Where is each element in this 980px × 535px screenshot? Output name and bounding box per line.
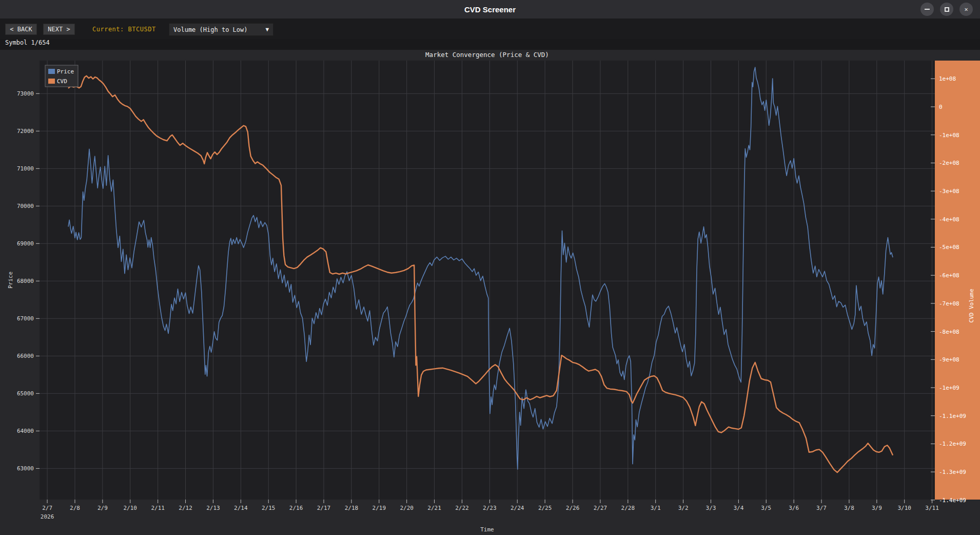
market-convergence-chart: 6300064000650006600067000680006900070000… <box>0 0 980 535</box>
date-tick-label: 3/3 <box>706 505 716 511</box>
date-tick-label: 3/9 <box>872 505 882 511</box>
date-tick-label: 3/6 <box>789 505 799 511</box>
window-title: CVD Screener <box>464 5 516 14</box>
cvd-tick-label: 1e+08 <box>939 75 956 82</box>
date-tick-label: 3/8 <box>844 505 854 511</box>
date-tick-label: 2/21 <box>427 505 441 511</box>
date-tick-label: 2/27 <box>594 505 607 511</box>
cvd-tick-label: -1.4e+09 <box>939 497 966 504</box>
sort-dropdown-value: Volume (High to Low) <box>173 26 248 33</box>
cvd-tick-label: -1e+09 <box>939 385 959 391</box>
date-tick-label: 3/1 <box>651 505 661 511</box>
price-tick-label: 67000 <box>17 315 34 322</box>
date-tick-label: 2/13 <box>206 505 220 511</box>
cvd-tick-label: -7e+08 <box>939 300 959 307</box>
year-label: 2026 <box>41 513 54 520</box>
cvd-tick-label: -5e+08 <box>939 244 959 251</box>
cvd-tick-label: -1.3e+09 <box>939 469 966 475</box>
date-tick-label: 2/7 <box>42 505 52 511</box>
chart-title: Market Convergence (Price & CVD) <box>425 51 549 59</box>
price-tick-label: 68000 <box>17 278 34 284</box>
date-tick-label: 2/16 <box>289 505 303 511</box>
date-tick-label: 2/22 <box>455 505 469 511</box>
cvd-tick-label: -8e+08 <box>939 329 959 335</box>
date-tick-label: 3/5 <box>761 505 771 511</box>
date-tick-label: 3/10 <box>897 505 911 511</box>
legend-swatch-price <box>48 69 55 74</box>
legend-label-cvd: CVD <box>57 78 67 85</box>
sort-dropdown[interactable]: Volume (High to Low) ▼ <box>169 23 273 36</box>
date-tick-label: 2/8 <box>70 505 80 511</box>
date-tick-label: 2/17 <box>317 505 331 511</box>
cvd-axis-band <box>935 61 980 500</box>
date-tick-label: 3/2 <box>678 505 689 511</box>
date-tick-label: 3/4 <box>733 505 743 511</box>
maximize-button[interactable] <box>940 3 953 16</box>
legend-label-price: Price <box>57 68 74 75</box>
price-tick-label: 63000 <box>17 465 34 472</box>
cvd-tick-label: -1.1e+09 <box>939 413 966 419</box>
chevron-down-icon: ▼ <box>265 26 269 33</box>
cvd-tick-label: -6e+08 <box>939 272 959 279</box>
date-tick-label: 2/10 <box>124 505 138 511</box>
price-tick-label: 73000 <box>17 90 34 97</box>
date-tick-label: 2/25 <box>538 505 552 511</box>
window-controls: ✕ <box>920 3 973 16</box>
date-tick-label: 2/23 <box>483 505 497 511</box>
legend: PriceCVD <box>45 65 78 87</box>
date-tick-label: 3/7 <box>816 505 827 511</box>
next-button[interactable]: NEXT > <box>43 24 75 35</box>
current-symbol-label: Current: BTCUSDT <box>92 26 156 33</box>
left-axis-label: Price <box>7 272 14 289</box>
close-button[interactable]: ✕ <box>959 3 973 16</box>
cvd-tick-label: -3e+08 <box>939 188 959 195</box>
date-tick-label: 2/18 <box>345 505 359 511</box>
current-prefix: Current: <box>92 26 128 33</box>
cvd-tick-label: -1e+08 <box>939 132 959 139</box>
legend-swatch-cvd <box>48 79 55 84</box>
date-tick-label: 2/12 <box>179 505 192 511</box>
minimize-button[interactable] <box>920 3 934 16</box>
status-row: Symbol 1/654 <box>5 39 50 46</box>
window-titlebar: CVD Screener ✕ <box>0 0 980 18</box>
right-axis-label: CVD Volume <box>968 289 975 322</box>
price-tick-label: 64000 <box>17 428 34 434</box>
date-tick-label: 2/24 <box>511 505 524 511</box>
cvd-tick-label: 0 <box>939 104 943 110</box>
cvd-tick-label: -1.2e+09 <box>939 441 966 447</box>
maximize-icon <box>945 7 949 12</box>
price-tick-label: 70000 <box>17 203 34 209</box>
date-tick-label: 2/19 <box>373 505 386 511</box>
close-icon: ✕ <box>964 6 968 13</box>
price-tick-label: 65000 <box>17 390 34 397</box>
back-button[interactable]: < BACK <box>5 24 37 35</box>
symbol-counter: Symbol 1/654 <box>5 39 50 46</box>
current-symbol: BTCUSDT <box>128 26 156 33</box>
date-tick-label: 2/20 <box>400 505 414 511</box>
cvd-tick-label: -2e+08 <box>939 160 959 166</box>
cvd-tick-label: -9e+08 <box>939 356 959 363</box>
price-tick-label: 72000 <box>17 128 34 135</box>
price-tick-label: 71000 <box>17 165 34 172</box>
x-axis-label: Time <box>480 526 494 533</box>
date-tick-label: 2/11 <box>151 505 165 511</box>
price-tick-label: 69000 <box>17 240 34 247</box>
cvd-tick-label: -4e+08 <box>939 216 959 223</box>
minimize-icon <box>925 9 930 10</box>
price-tick-label: 66000 <box>17 353 34 359</box>
date-tick-label: 3/11 <box>925 505 939 511</box>
date-tick-label: 2/28 <box>621 505 635 511</box>
plot-area <box>40 61 935 500</box>
date-tick-label: 2/9 <box>97 505 108 511</box>
date-tick-label: 2/26 <box>566 505 580 511</box>
date-tick-label: 2/14 <box>234 505 248 511</box>
toolbar: < BACK NEXT > Current: BTCUSDT Volume (H… <box>0 18 980 39</box>
date-tick-label: 2/15 <box>262 505 276 511</box>
